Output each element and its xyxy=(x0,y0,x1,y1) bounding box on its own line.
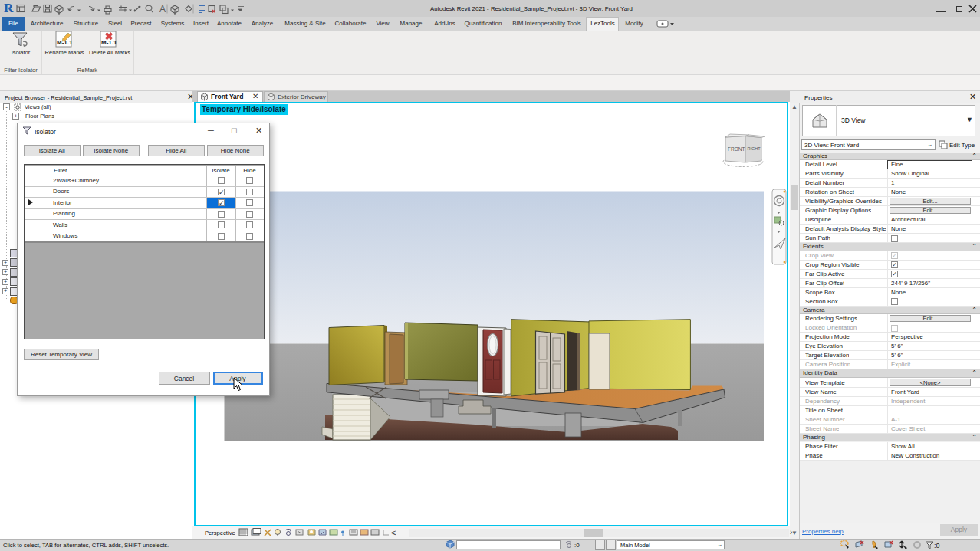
svg-text:M-1.1: M-1.1 xyxy=(101,39,117,46)
svg-text:FRONT: FRONT xyxy=(728,146,745,152)
svg-text:A: A xyxy=(159,4,166,15)
svg-text::0: :0 xyxy=(934,542,940,549)
svg-text:RIGHT: RIGHT xyxy=(748,146,761,151)
svg-text:<: < xyxy=(391,528,396,537)
